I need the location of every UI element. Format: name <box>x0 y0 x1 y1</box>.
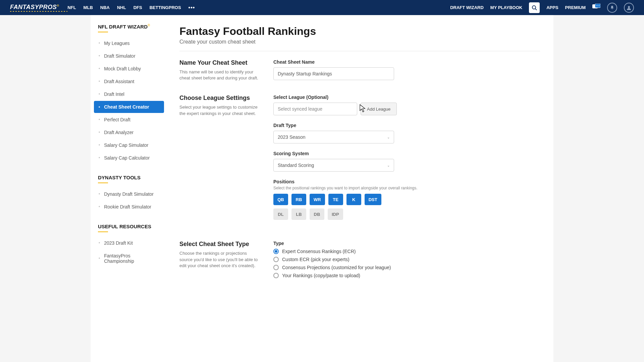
scoring-value: Standard Scoring <box>278 163 314 168</box>
nav-mlb[interactable]: MLB <box>84 5 93 10</box>
top-nav: FANTASYPROS® NFL MLB NBA NHL DFS BETTING… <box>0 0 644 15</box>
svg-point-0 <box>532 6 536 9</box>
sidebar-item-draft-analyzer[interactable]: Draft Analyzer <box>94 126 164 138</box>
scoring-label: Scoring System <box>273 151 508 156</box>
draft-type-label: Draft Type <box>273 123 508 128</box>
position-idp[interactable]: IDP <box>328 208 343 220</box>
sidebar-group-draft-wizard: NFL DRAFT WIZARD® My Leagues Draft Simul… <box>94 23 166 164</box>
svg-point-6 <box>599 5 599 6</box>
radio-your-rankings[interactable]: Your Rankings (copy/paste to upload) <box>273 273 508 278</box>
radio-label: Custom ECR (pick your experts) <box>282 257 350 262</box>
positions-label: Positions <box>273 179 508 184</box>
sidebar-title: USEFUL RESOURCES <box>94 224 166 229</box>
sidebar-item-dynasty-draft-simulator[interactable]: Dynasty Draft Simulator <box>94 188 164 200</box>
cheat-sheet-name-input[interactable] <box>273 67 394 80</box>
radio-label: Your Rankings (copy/paste to upload) <box>282 273 360 278</box>
cheat-sheet-name-label: Cheat Sheet Name <box>273 59 508 65</box>
sidebar-item-championship[interactable]: FantasyPros Championship <box>94 250 164 267</box>
radio-icon <box>273 257 279 262</box>
nav-premium[interactable]: PREMIUM <box>565 5 586 10</box>
sidebar: NFL DRAFT WIZARD® My Leagues Draft Simul… <box>91 15 166 362</box>
page-subtitle: Create your custom cheat sheet <box>179 39 540 45</box>
sidebar-item-draft-simulator[interactable]: Draft Simulator <box>94 50 164 62</box>
svg-point-7 <box>628 6 630 8</box>
sidebar-title: NFL DRAFT WIZARD® <box>94 23 166 29</box>
nav-apps[interactable]: APPS <box>546 5 558 10</box>
select-league-dropdown[interactable]: Select synced league <box>273 103 357 115</box>
select-league-placeholder: Select synced league <box>278 106 322 112</box>
section-name: Name Your Cheat Sheet This name will be … <box>179 59 540 81</box>
radio-custom-ecr[interactable]: Custom ECR (pick your experts) <box>273 257 508 262</box>
position-qb[interactable]: QB <box>273 194 288 205</box>
logo[interactable]: FANTASYPROS® <box>10 4 67 12</box>
draft-type-dropdown[interactable]: 2023 Season ⌄ <box>273 131 394 143</box>
position-dl[interactable]: DL <box>273 208 288 220</box>
section-title: Select Cheat Sheet Type <box>179 241 260 248</box>
position-rb[interactable]: RB <box>291 194 306 205</box>
divider <box>179 51 540 51</box>
radio-ecr[interactable]: Expert Consensus Rankings (ECR) <box>273 249 508 254</box>
nav-draft-wizard[interactable]: DRAFT WIZARD <box>450 5 484 10</box>
nav-nba[interactable]: NBA <box>100 5 110 10</box>
position-te[interactable]: TE <box>328 194 343 205</box>
sidebar-item-salary-cap-calculator[interactable]: Salary Cap Calculator <box>94 152 164 164</box>
page-title: Fantasy Football Rankings <box>179 25 540 38</box>
search-icon <box>532 5 537 10</box>
scoring-dropdown[interactable]: Standard Scoring ⌄ <box>273 159 394 172</box>
type-label: Type <box>273 241 508 246</box>
add-league-button[interactable]: Add League <box>361 103 397 115</box>
sidebar-title: DYNASTY TOOLS <box>94 175 166 180</box>
section-league: Choose League Settings Select your leagu… <box>179 95 540 227</box>
sidebar-item-draft-kit[interactable]: 2023 Draft Kit <box>94 237 164 249</box>
svg-line-1 <box>535 9 537 10</box>
sidebar-item-mock-draft-lobby[interactable]: Mock Draft Lobby <box>94 63 164 75</box>
sidebar-item-perfect-draft[interactable]: Perfect Draft <box>94 114 164 126</box>
section-title: Choose League Settings <box>179 95 260 102</box>
radio-icon <box>273 273 279 278</box>
nav-bettingpros[interactable]: BETTINGPROS <box>150 5 181 10</box>
radio-label: Consensus Projections (customized for yo… <box>282 265 391 270</box>
sidebar-item-draft-intel[interactable]: Draft Intel <box>94 88 164 100</box>
select-league-label: Select League (Optional) <box>273 95 508 100</box>
search-button[interactable] <box>529 2 540 13</box>
nav-more-icon[interactable]: ••• <box>189 5 195 11</box>
section-desc: This name will be used to identify your … <box>179 69 260 81</box>
nav-my-playbook[interactable]: MY PLAYBOOK <box>490 5 522 10</box>
position-db[interactable]: DB <box>310 208 324 220</box>
radio-consensus-projections[interactable]: Consensus Projections (customized for yo… <box>273 265 508 270</box>
account-icon[interactable] <box>624 3 634 13</box>
positions-hint: Select the positional rankings you want … <box>273 186 508 190</box>
draft-type-value: 2023 Season <box>278 134 306 140</box>
nav-dfs[interactable]: DFS <box>133 5 142 10</box>
position-k[interactable]: K <box>346 194 361 205</box>
position-lb[interactable]: LB <box>291 208 306 220</box>
sidebar-item-salary-cap-simulator[interactable]: Salary Cap Simulator <box>94 139 164 151</box>
chevron-down-icon: ⌄ <box>387 135 390 139</box>
sidebar-group-dynasty: DYNASTY TOOLS Dynasty Draft Simulator Ro… <box>94 175 166 213</box>
sidebar-item-my-leagues[interactable]: My Leagues <box>94 37 164 49</box>
section-desc: Select your league settings to customize… <box>179 104 260 116</box>
nav-nfl[interactable]: NFL <box>67 5 76 10</box>
sidebar-item-draft-assistant[interactable]: Draft Assistant <box>94 75 164 87</box>
sidebar-group-resources: USEFUL RESOURCES 2023 Draft Kit FantasyP… <box>94 224 166 267</box>
radio-label: Expert Consensus Rankings (ECR) <box>282 249 356 254</box>
sidebar-item-cheat-sheet-creator[interactable]: Cheat Sheet Creator <box>94 101 164 113</box>
chevron-down-icon: ⌄ <box>387 164 390 167</box>
notifications-icon[interactable] <box>607 3 617 13</box>
main-content: Fantasy Football Rankings Create your cu… <box>166 15 553 362</box>
position-dst[interactable]: DST <box>365 194 381 205</box>
radio-icon <box>273 249 279 254</box>
section-desc: Choose the rankings or projections sourc… <box>179 250 260 269</box>
section-title: Name Your Cheat Sheet <box>179 59 260 66</box>
sidebar-item-rookie-draft-simulator[interactable]: Rookie Draft Simulator <box>94 201 164 213</box>
position-wr[interactable]: WR <box>310 194 325 205</box>
svg-point-5 <box>597 5 598 6</box>
radio-icon <box>273 265 279 270</box>
chat-icon[interactable] <box>592 4 600 12</box>
svg-point-4 <box>596 5 597 6</box>
nav-nhl[interactable]: NHL <box>117 5 126 10</box>
section-type: Select Cheat Sheet Type Choose the ranki… <box>179 241 540 281</box>
